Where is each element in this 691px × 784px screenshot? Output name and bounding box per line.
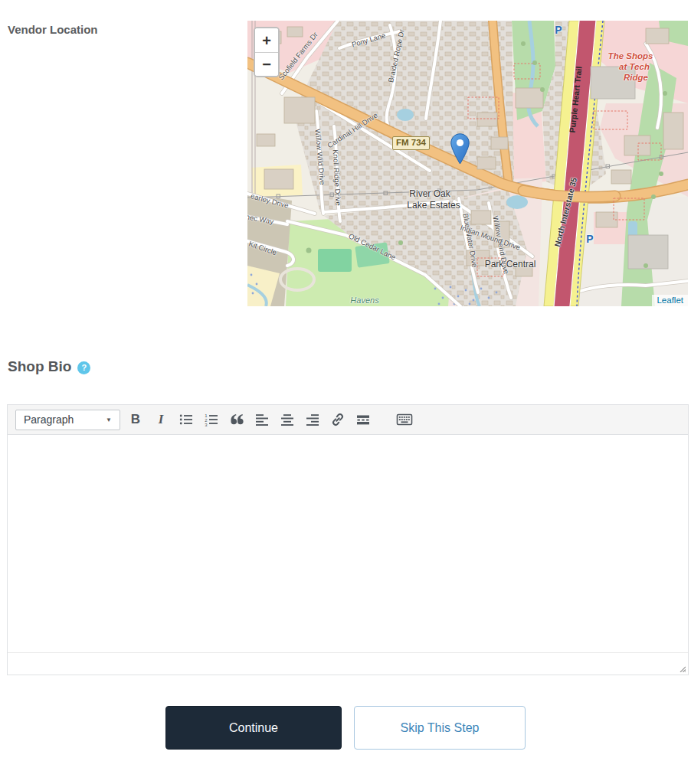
shop-bio-textarea[interactable] bbox=[8, 435, 688, 652]
bulleted-list-button[interactable] bbox=[176, 409, 196, 430]
shop-bio-label: Shop Bio bbox=[8, 358, 71, 375]
help-icon[interactable]: ? bbox=[77, 361, 90, 374]
bulleted-list-icon bbox=[178, 412, 194, 427]
vendor-location-map[interactable]: Scofield Farms DrPony LaneBraided Rope D… bbox=[247, 21, 688, 306]
format-select-value: Paragraph bbox=[24, 413, 74, 426]
vendor-location-label: Vendor Location bbox=[8, 23, 98, 36]
align-right-icon bbox=[305, 412, 320, 427]
numbered-list-icon: 1 2 3 bbox=[204, 412, 219, 427]
blockquote-icon bbox=[229, 412, 244, 427]
editor-status-bar bbox=[8, 652, 688, 675]
align-center-icon bbox=[280, 412, 295, 427]
leaflet-attribution-link[interactable]: Leaflet bbox=[652, 295, 688, 306]
align-left-button[interactable] bbox=[252, 409, 272, 430]
read-more-icon bbox=[355, 412, 371, 427]
page: Vendor Location bbox=[0, 0, 691, 784]
blockquote-button[interactable] bbox=[227, 409, 247, 430]
keyboard-icon bbox=[396, 412, 413, 427]
continue-button[interactable]: Continue bbox=[165, 706, 342, 750]
link-icon bbox=[330, 412, 346, 427]
map-zoom-control: + − bbox=[254, 27, 280, 77]
paragraph-format-select[interactable]: Paragraph ▼ bbox=[15, 410, 120, 430]
chevron-down-icon: ▼ bbox=[106, 416, 112, 423]
form-actions: Continue Skip This Step bbox=[0, 706, 691, 750]
align-right-button[interactable] bbox=[303, 409, 323, 430]
zoom-in-button[interactable]: + bbox=[255, 28, 278, 52]
road-shield-badge: FM 734 bbox=[392, 136, 430, 150]
align-center-button[interactable] bbox=[277, 409, 297, 430]
resize-grip[interactable] bbox=[678, 665, 686, 672]
bold-button[interactable]: B bbox=[126, 409, 146, 430]
keyboard-shortcuts-button[interactable] bbox=[395, 409, 414, 430]
shop-bio-editor: Paragraph ▼ B I 1 2 3 bbox=[7, 404, 689, 675]
zoom-out-button[interactable]: − bbox=[255, 52, 278, 76]
location-marker-icon[interactable] bbox=[450, 133, 470, 165]
read-more-tag-button[interactable] bbox=[353, 409, 373, 430]
editor-toolbar: Paragraph ▼ B I 1 2 3 bbox=[8, 405, 688, 435]
align-left-icon bbox=[254, 412, 270, 427]
svg-text:3: 3 bbox=[205, 423, 208, 427]
skip-this-step-button[interactable]: Skip This Step bbox=[354, 706, 526, 750]
shop-bio-header: Shop Bio ? bbox=[8, 358, 90, 375]
italic-button[interactable]: I bbox=[151, 409, 171, 430]
numbered-list-button[interactable]: 1 2 3 bbox=[201, 409, 221, 430]
insert-link-button[interactable] bbox=[328, 409, 348, 430]
